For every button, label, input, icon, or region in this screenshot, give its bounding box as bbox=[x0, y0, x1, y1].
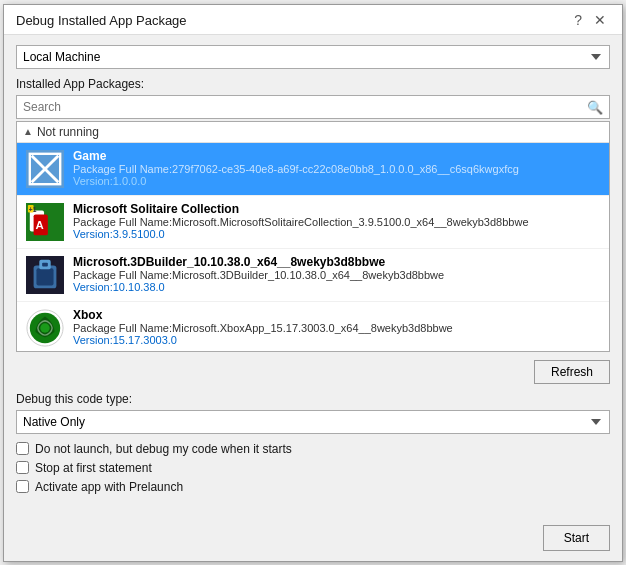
svg-text:+1: +1 bbox=[29, 205, 37, 212]
package-full-name: Package Full Name:279f7062-ce35-40e8-a69… bbox=[73, 163, 601, 175]
package-version: Version:3.9.5100.0 bbox=[73, 228, 601, 240]
refresh-button[interactable]: Refresh bbox=[534, 360, 610, 384]
package-name: Microsoft Solitaire Collection bbox=[73, 202, 601, 216]
package-name: Microsoft.3DBuilder_10.10.38.0_x64__8wek… bbox=[73, 255, 601, 269]
svg-point-17 bbox=[40, 323, 50, 333]
package-info: XboxPackage Full Name:Microsoft.XboxApp_… bbox=[73, 308, 601, 346]
package-info: Microsoft.3DBuilder_10.10.38.0_x64__8wek… bbox=[73, 255, 601, 293]
dialog-body: Local Machine Installed App Packages: 🔍 … bbox=[4, 35, 622, 519]
debug-code-section: Debug this code type: Native Only Manage… bbox=[16, 392, 610, 434]
search-input[interactable] bbox=[16, 95, 610, 119]
svg-rect-12 bbox=[36, 268, 53, 285]
3dbuilder-icon bbox=[25, 255, 65, 295]
not-running-header: ▲ Not running bbox=[17, 122, 609, 143]
checkbox-first-statement[interactable] bbox=[16, 461, 29, 474]
machine-select-wrap: Local Machine bbox=[16, 45, 610, 69]
xbox-icon bbox=[25, 308, 65, 348]
svg-text:A: A bbox=[36, 218, 44, 230]
machine-select[interactable]: Local Machine bbox=[16, 45, 610, 69]
checkboxes: Do not launch, but debug my code when it… bbox=[16, 442, 610, 499]
package-info: GamePackage Full Name:279f7062-ce35-40e8… bbox=[73, 149, 601, 187]
checkbox-label-first-statement: Stop at first statement bbox=[35, 461, 152, 475]
package-version: Version:1.0.0.0 bbox=[73, 175, 601, 187]
start-button[interactable]: Start bbox=[543, 525, 610, 551]
package-full-name: Package Full Name:Microsoft.MicrosoftSol… bbox=[73, 216, 601, 228]
not-running-arrow: ▲ bbox=[23, 126, 33, 137]
game-icon bbox=[25, 149, 65, 189]
checkbox-item-prelaunch: Activate app with Prelaunch bbox=[16, 480, 610, 494]
search-wrap: 🔍 bbox=[16, 95, 610, 119]
package-item[interactable]: Microsoft.3DBuilder_10.10.38.0_x64__8wek… bbox=[17, 249, 609, 302]
package-full-name: Package Full Name:Microsoft.3DBuilder_10… bbox=[73, 269, 601, 281]
solitaire-icon: A +1 bbox=[25, 202, 65, 242]
package-list: GamePackage Full Name:279f7062-ce35-40e8… bbox=[17, 143, 609, 351]
package-list-container: ▲ Not running GamePackage Full Name:279f… bbox=[16, 121, 610, 352]
checkbox-item-no-launch: Do not launch, but debug my code when it… bbox=[16, 442, 610, 456]
refresh-row: Refresh bbox=[16, 360, 610, 384]
close-button[interactable]: ✕ bbox=[590, 13, 610, 27]
checkbox-label-no-launch: Do not launch, but debug my code when it… bbox=[35, 442, 292, 456]
package-name: Xbox bbox=[73, 308, 601, 322]
package-info: Microsoft Solitaire CollectionPackage Fu… bbox=[73, 202, 601, 240]
installed-label: Installed App Packages: bbox=[16, 77, 610, 91]
package-item[interactable]: A +1 Microsoft Solitaire CollectionPacka… bbox=[17, 196, 609, 249]
checkbox-label-prelaunch: Activate app with Prelaunch bbox=[35, 480, 183, 494]
title-bar: Debug Installed App Package ? ✕ bbox=[4, 5, 622, 35]
dialog-footer: Start bbox=[4, 519, 622, 561]
package-item[interactable]: XboxPackage Full Name:Microsoft.XboxApp_… bbox=[17, 302, 609, 351]
checkbox-no-launch[interactable] bbox=[16, 442, 29, 455]
package-version: Version:15.17.3003.0 bbox=[73, 334, 601, 346]
svg-rect-14 bbox=[42, 262, 48, 266]
code-type-select[interactable]: Native Only Managed Only Mixed (.NET Fra… bbox=[16, 410, 610, 434]
package-name: Game bbox=[73, 149, 601, 163]
dialog-title: Debug Installed App Package bbox=[16, 13, 187, 28]
checkbox-prelaunch[interactable] bbox=[16, 480, 29, 493]
help-button[interactable]: ? bbox=[570, 13, 586, 27]
checkbox-item-first-statement: Stop at first statement bbox=[16, 461, 610, 475]
not-running-label: Not running bbox=[37, 125, 99, 139]
package-version: Version:10.10.38.0 bbox=[73, 281, 601, 293]
debug-code-label: Debug this code type: bbox=[16, 392, 610, 406]
title-controls: ? ✕ bbox=[570, 13, 610, 27]
package-item[interactable]: GamePackage Full Name:279f7062-ce35-40e8… bbox=[17, 143, 609, 196]
package-full-name: Package Full Name:Microsoft.XboxApp_15.1… bbox=[73, 322, 601, 334]
debug-dialog: Debug Installed App Package ? ✕ Local Ma… bbox=[3, 4, 623, 562]
